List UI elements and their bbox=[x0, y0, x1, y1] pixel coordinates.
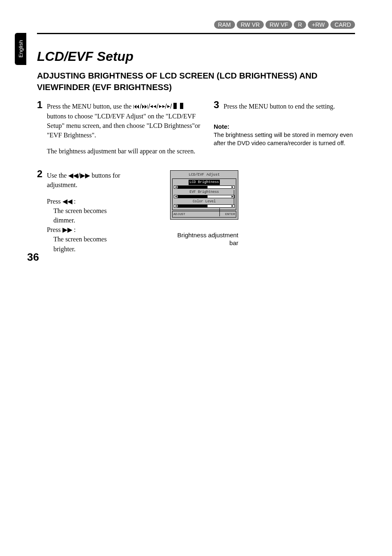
press-right-effect: The screen becomes brighter. bbox=[47, 234, 121, 253]
divider bbox=[37, 33, 355, 34]
press-left-label: Press ◀◀ : bbox=[47, 197, 121, 206]
press-right-label: Press ▶▶ : bbox=[47, 225, 121, 234]
osd-row-color: Color Level bbox=[174, 199, 235, 204]
press-left-effect: The screen becomes dimmer. bbox=[47, 206, 121, 225]
note-body: The brightness setting will be stored in… bbox=[214, 131, 355, 148]
step-number: 1 bbox=[37, 100, 44, 162]
step-1-text: Press the MENU button, use the ⏮/⏭/◀◀/▶▶… bbox=[47, 102, 201, 140]
step-1-note: The brightness adjustment bar will appea… bbox=[47, 146, 201, 156]
page-title: LCD/EVF Setup bbox=[37, 49, 355, 64]
media-pill: RW VR bbox=[237, 21, 264, 29]
osd-row-lcd: LCD Brightness bbox=[189, 180, 219, 185]
osd-row-evf: EVF Brightness bbox=[174, 190, 235, 195]
right-arrow-icon: ▶ bbox=[231, 185, 234, 189]
step-number: 3 bbox=[214, 100, 221, 111]
step-2-intro: Use the ◀◀/▶▶ buttons for adjustment. bbox=[47, 171, 121, 190]
osd-slider: ◀ ▶ bbox=[174, 195, 235, 198]
step-3: 3 Press the MENU button to end the setti… bbox=[214, 100, 355, 111]
media-pill: R bbox=[294, 21, 306, 29]
osd-figure: LCD/EVF Adjust LCD Brightness ◀ ▶ bbox=[170, 170, 238, 247]
left-arrow-icon: ◀ bbox=[174, 195, 178, 198]
step-number: 2 bbox=[37, 169, 44, 254]
osd-caption: Brightness adjustment bar bbox=[170, 231, 238, 247]
media-pill: CARD bbox=[330, 21, 355, 29]
osd-title: LCD/EVF Adjust bbox=[172, 172, 236, 178]
left-arrow-icon: ◀ bbox=[174, 204, 178, 208]
callout-line bbox=[219, 208, 220, 216]
media-pill-row: RAM RW VR RW VF R +RW CARD bbox=[214, 21, 355, 29]
language-tab: English bbox=[15, 33, 26, 65]
media-pill: RW VF bbox=[265, 21, 292, 29]
page-number: 36 bbox=[27, 251, 39, 264]
media-pill: +RW bbox=[308, 21, 329, 29]
section-heading: ADJUSTING BRIGHTNESS OF LCD SCREEN (LCD … bbox=[37, 70, 355, 93]
osd-slider: ◀ ▶ bbox=[174, 204, 235, 208]
note-heading: Note: bbox=[214, 123, 355, 130]
nav-buttons-icon: ⏮/⏭/◀◀/▶▶/▶/❚❚ bbox=[133, 103, 185, 110]
left-right-icon: ◀◀/▶▶ bbox=[68, 172, 90, 179]
right-arrow-icon: ▶ bbox=[231, 204, 234, 208]
step-1: 1 Press the MENU button, use the ⏮/⏭/◀◀/… bbox=[37, 100, 201, 162]
osd-slider: ◀ ▶ bbox=[174, 185, 235, 189]
left-arrow-icon: ◀ bbox=[174, 185, 178, 189]
osd-screen: LCD/EVF Adjust LCD Brightness ◀ ▶ bbox=[170, 170, 238, 220]
media-pill: RAM bbox=[214, 21, 235, 29]
step-3-text: Press the MENU button to end the setting… bbox=[224, 103, 335, 110]
callout-line bbox=[234, 190, 234, 205]
osd-hint-bar: ADJUST ENTER bbox=[172, 211, 236, 218]
step-2: 2 Use the ◀◀/▶▶ buttons for adjustment. … bbox=[37, 169, 201, 254]
